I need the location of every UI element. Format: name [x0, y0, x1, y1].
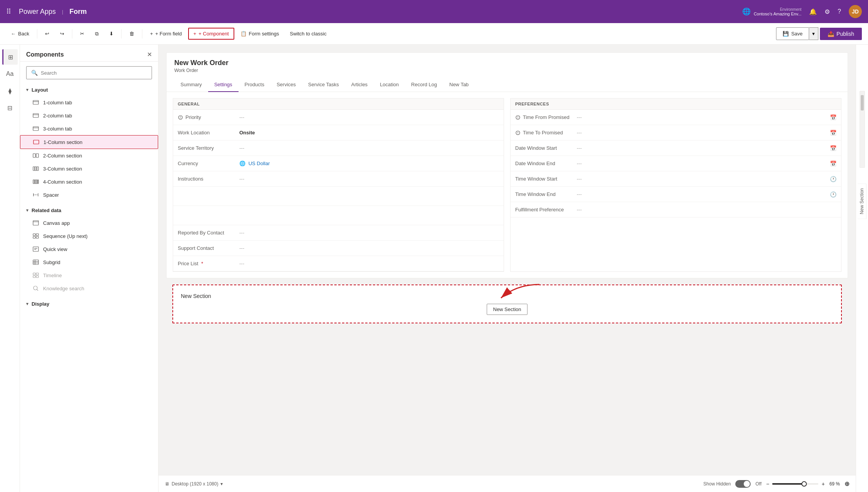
desktop-dropdown-icon[interactable]: ▾ — [220, 481, 223, 487]
svg-rect-21 — [33, 234, 35, 236]
tab-location[interactable]: Location — [374, 78, 405, 92]
form-settings-button[interactable]: 📋 Form settings — [236, 28, 284, 39]
notifications-button[interactable]: 🔔 — [809, 8, 817, 15]
field-fulfillment-preference[interactable]: Fulfillment Preference --- — [511, 202, 841, 218]
tab-services[interactable]: Services — [270, 78, 302, 92]
field-value-date-window-start: --- — [577, 145, 830, 151]
sidebar-item-3-column-section[interactable]: 3-Column section — [20, 162, 158, 175]
sidebar-item-1-column-section[interactable]: 1-Column section — [20, 135, 158, 149]
fullscreen-button[interactable]: ⊕ — [845, 480, 850, 487]
avatar[interactable]: JD — [849, 5, 862, 18]
sidebar-item-spacer[interactable]: Spacer — [20, 188, 158, 201]
cut-button[interactable]: ✂ — [75, 28, 89, 39]
undo-button[interactable]: ↩ — [40, 28, 54, 39]
preferences-section-header: PREFERENCES — [511, 99, 841, 110]
right-tab[interactable]: New Section — [858, 183, 866, 219]
rail-fields-icon[interactable]: Aa — [2, 66, 18, 82]
svg-point-46 — [517, 133, 518, 134]
svg-rect-35 — [36, 276, 38, 278]
form-card: New Work Order Work Order Summary Settin… — [166, 52, 848, 278]
new-section-button[interactable]: New Section — [487, 304, 528, 315]
zoom-track[interactable] — [772, 483, 818, 485]
field-reported-by-contact[interactable]: Reported By Contact --- — [173, 225, 504, 241]
tab-record-log[interactable]: Record Log — [405, 78, 443, 92]
svg-rect-10 — [35, 167, 37, 171]
rail-layers-icon[interactable]: ⧫ — [2, 83, 18, 99]
scroll-thumb[interactable] — [861, 95, 864, 110]
chevron-down-icon-2: ▾ — [26, 208, 28, 213]
field-time-window-end[interactable]: Time Window End --- 🕐 — [511, 187, 841, 202]
tab-products[interactable]: Products — [239, 78, 270, 92]
back-button[interactable]: ← Back — [6, 28, 34, 39]
field-label-work-location: Work Location — [178, 130, 239, 136]
redo-button[interactable]: ↪ — [55, 28, 69, 39]
zoom-thumb[interactable] — [801, 481, 807, 487]
calendar-icon-3[interactable]: 📅 — [830, 145, 836, 151]
tab-articles[interactable]: Articles — [345, 78, 374, 92]
sidebar-section-header-display[interactable]: ▾ Display — [20, 298, 158, 310]
field-time-to-promised[interactable]: Time To Promised --- 📅 — [511, 125, 841, 141]
field-support-contact[interactable]: Support Contact --- — [173, 241, 504, 256]
sidebar-section-header-layout[interactable]: ▾ Layout — [20, 84, 158, 96]
field-price-list[interactable]: Price List * --- — [173, 256, 504, 271]
field-currency[interactable]: Currency 🌐 US Dollar — [173, 156, 504, 171]
show-hidden-toggle[interactable] — [735, 480, 751, 488]
tab-service-tasks[interactable]: Service Tasks — [302, 78, 345, 92]
field-date-window-start[interactable]: Date Window Start --- 📅 — [511, 141, 841, 156]
sidebar-item-quick-view[interactable]: Quick view — [20, 243, 158, 256]
clock-icon-2[interactable]: 🕐 — [830, 191, 836, 197]
sidebar-item-label-quick-view: Quick view — [43, 246, 67, 252]
tab-new-tab[interactable]: New Tab — [443, 78, 475, 92]
sidebar-item-2-column-tab[interactable]: 2-column tab — [20, 109, 158, 122]
help-button[interactable]: ? — [838, 8, 841, 15]
field-label-time-window-start: Time Window Start — [515, 176, 577, 182]
field-instructions[interactable]: Instructions --- — [173, 171, 504, 187]
sidebar-item-canvas-app[interactable]: Canvas app — [20, 216, 158, 229]
component-button[interactable]: + + Component — [188, 28, 234, 40]
field-value-currency: 🌐 US Dollar — [239, 161, 499, 166]
field-service-territory[interactable]: Service Territory --- — [173, 141, 504, 156]
search-input[interactable] — [41, 70, 147, 76]
grid-icon[interactable]: ⠿ — [6, 7, 11, 16]
calendar-icon-4[interactable]: 📅 — [830, 161, 836, 167]
zoom-plus-button[interactable]: + — [821, 481, 825, 487]
sidebar-item-3-column-tab[interactable]: 3-column tab — [20, 122, 158, 135]
save-button[interactable]: 💾 Save — [776, 27, 809, 40]
sidebar-item-label-3-column-section: 3-Column section — [43, 166, 82, 172]
sidebar-item-subgrid[interactable]: Subgrid — [20, 256, 158, 269]
field-date-window-end[interactable]: Date Window End --- 📅 — [511, 156, 841, 171]
new-section-container[interactable]: New Section New Section — [172, 284, 842, 323]
rail-home-icon[interactable]: ⊞ — [2, 49, 18, 65]
tab-summary[interactable]: Summary — [174, 78, 208, 92]
switch-classic-button[interactable]: Switch to classic — [285, 28, 331, 39]
field-work-location[interactable]: Work Location Onsite — [173, 125, 504, 141]
copy-button[interactable]: ⧉ — [90, 28, 103, 39]
field-priority[interactable]: Priority --- — [173, 110, 504, 125]
publish-button[interactable]: 📤 Publish — [820, 28, 862, 40]
sidebar-item-2-column-section[interactable]: 2-Column section — [20, 149, 158, 162]
sidebar-item-4-column-section[interactable]: 4-Column section — [20, 175, 158, 188]
sidebar-item-1-column-tab[interactable]: 1-column tab — [20, 96, 158, 109]
sidebar-item-timeline: Timeline — [20, 269, 158, 282]
sidebar-close-button[interactable]: ✕ — [147, 51, 152, 58]
rail-components-icon[interactable]: ⊟ — [2, 100, 18, 115]
paste-dropdown[interactable]: ⬇ — [105, 28, 118, 39]
zoom-minus-button[interactable]: − — [766, 481, 769, 487]
field-time-from-promised[interactable]: Time From Promised --- 📅 — [511, 110, 841, 125]
form-field-button[interactable]: + + Form field — [145, 28, 187, 39]
sidebar-search-container[interactable]: 🔍 — [26, 66, 152, 79]
calendar-icon-2[interactable]: 📅 — [830, 130, 836, 136]
clock-icon-1[interactable]: 🕐 — [830, 176, 836, 182]
currency-link[interactable]: US Dollar — [249, 161, 270, 166]
field-time-window-start[interactable]: Time Window Start --- 🕐 — [511, 171, 841, 187]
sidebar-section-header-related-data[interactable]: ▾ Related data — [20, 204, 158, 216]
tab-settings[interactable]: Settings — [208, 78, 239, 92]
delete-button[interactable]: 🗑 — [125, 28, 139, 39]
sidebar-item-sequence[interactable]: Sequence (Up next) — [20, 229, 158, 243]
save-dropdown-button[interactable]: ▾ — [809, 27, 818, 40]
svg-rect-2 — [33, 114, 38, 117]
calendar-icon-1[interactable]: 📅 — [830, 114, 836, 120]
new-section-tab-label[interactable]: New Section — [858, 183, 866, 219]
settings-button[interactable]: ⚙ — [825, 8, 830, 15]
component-label: + Component — [199, 31, 229, 37]
